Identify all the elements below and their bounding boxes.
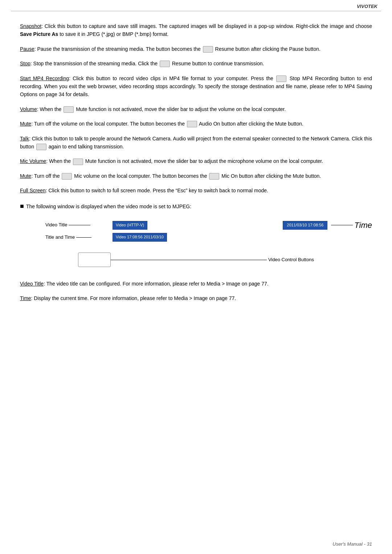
time-desc: Time: Display the current time. For more… xyxy=(20,294,372,302)
video-title-desc: Video Title: The video title can be conf… xyxy=(20,280,372,288)
pause-text1: : Pause the transmission of the streamin… xyxy=(34,46,202,52)
mute-term: Mute xyxy=(20,121,31,127)
mic-volume-text1: : When the xyxy=(46,158,72,164)
stop-text1: : Stop the transmission of the streaming… xyxy=(30,61,159,66)
pause-term: Pause xyxy=(20,46,34,52)
time-desc-term: Time xyxy=(20,295,31,301)
control-arrow-line xyxy=(111,260,267,260)
time-box: 2011/03/10 17:08:56 xyxy=(283,221,327,230)
snapshot-text2: to save it in JPEG (*.jpg) or BMP (*.bmp… xyxy=(58,31,168,37)
bullet-heading: ■The following window is displayed when … xyxy=(20,201,372,212)
mp4-paragraph: Start MP4 Recording: Click this button t… xyxy=(20,74,372,99)
fullscreen-paragraph: Full Screen: Click this button to switch… xyxy=(20,186,372,194)
video-control-label: Video Control Buttons xyxy=(268,256,314,264)
snapshot-text1: : Click this button to capture and save … xyxy=(41,23,372,29)
video-title-desc-text: : The video title can be configured. For… xyxy=(44,281,269,287)
stop-paragraph: Stop: Stop the transmission of the strea… xyxy=(20,59,372,67)
mic-vol-icon xyxy=(62,173,72,180)
pause-text2: Resume button after clicking the Pause b… xyxy=(214,46,320,52)
mute2-term: Mute xyxy=(20,173,31,179)
volume-text2: Mute function is not activated, move the… xyxy=(74,106,286,112)
diagram-section: Video Title Video (HTTP-V) 2011/03/10 17… xyxy=(20,219,372,242)
bullet-dot: ■ xyxy=(20,202,24,210)
mute2-text3: Mic On button after clicking the Mute bu… xyxy=(220,173,321,179)
talk-term: Talk xyxy=(20,136,29,141)
snapshot-term: Snapshot xyxy=(20,23,41,29)
talk-again-icon xyxy=(36,144,46,150)
video-title-box: Video (HTTP-V) xyxy=(113,221,147,230)
volume-term: Volume xyxy=(20,106,37,112)
time-label: Time xyxy=(354,219,372,231)
bullet-section: ■The following window is displayed when … xyxy=(20,201,372,212)
mp4-text1: : Click this button to record video clip… xyxy=(69,75,275,81)
mic-volume-paragraph: Mic Volume: When the Mute function is no… xyxy=(20,157,372,165)
mute-text2: Audio On button after clicking the Mute … xyxy=(198,121,303,127)
stop-term: Stop xyxy=(20,61,30,66)
mic-volume-text2: Mute function is not activated, move the… xyxy=(84,158,323,164)
page-number: User's Manual - 31 xyxy=(332,541,372,547)
stop-text2: Resume button to continue transmission. xyxy=(171,61,264,66)
mp4-term: Start MP4 Recording xyxy=(20,75,69,81)
page-header: VIVOTEK xyxy=(0,0,392,11)
pause-paragraph: Pause: Pause the transmission of the str… xyxy=(20,45,372,53)
time-desc-text: : Display the current time. For more inf… xyxy=(31,295,236,301)
header-divider xyxy=(11,11,381,11)
brand-logo: VIVOTEK xyxy=(357,4,377,9)
volume-mute-icon xyxy=(64,106,74,113)
mute2-text2: Mic volume on the local computer. The bu… xyxy=(73,173,208,179)
talk-text2: again to end talking transmission. xyxy=(47,144,124,149)
video-title-desc-term: Video Title xyxy=(20,281,44,287)
stop-resume-icon xyxy=(160,61,170,67)
bullet-text: The following window is displayed when t… xyxy=(26,204,191,209)
fullscreen-term: Full Screen xyxy=(20,188,46,193)
talk-paragraph: Talk: Click this button to talk to peopl… xyxy=(20,135,372,151)
mute2-text1: : Turn off the xyxy=(31,173,61,179)
mic-volume-term: Mic Volume xyxy=(20,158,46,164)
title-time-box: Video 17:08:56 2011/03/10 xyxy=(113,233,167,242)
mute-text1: : Turn off the volume on the local compu… xyxy=(31,121,186,127)
page-footer: User's Manual - 31 xyxy=(332,541,372,547)
title-and-time-label: Title and Time xyxy=(45,234,75,241)
volume-paragraph: Volume: When the Mute function is not ac… xyxy=(20,105,372,113)
resume-icon xyxy=(203,46,213,53)
snapshot-bold: Save Picture As xyxy=(20,31,58,37)
mic-mute-icon xyxy=(73,159,83,165)
video-control-box xyxy=(78,253,111,267)
fullscreen-text: : Click this button to switch to full sc… xyxy=(46,188,268,193)
audio-on-icon xyxy=(187,121,197,127)
mute-paragraph: Mute: Turn off the volume on the local c… xyxy=(20,120,372,128)
video-control-section: Video Control Buttons xyxy=(20,253,372,267)
video-title-label: Video Title xyxy=(45,221,67,229)
mic-on-icon xyxy=(209,173,219,180)
mute2-paragraph: Mute: Turn off the Mic volume on the loc… xyxy=(20,172,372,180)
mp4-stop-icon xyxy=(276,75,286,82)
main-content: Snapshot: Click this button to capture a… xyxy=(0,19,392,331)
volume-text1: : When the xyxy=(37,106,63,112)
snapshot-paragraph: Snapshot: Click this button to capture a… xyxy=(20,22,372,38)
